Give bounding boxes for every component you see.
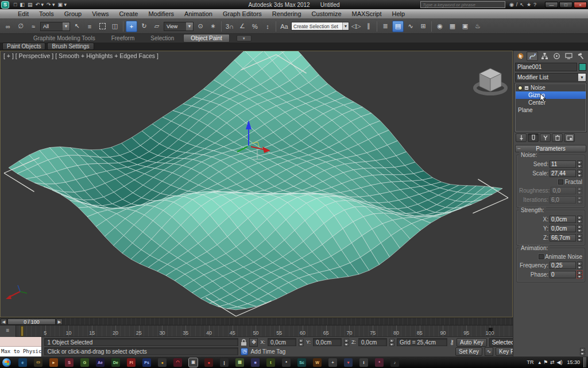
perspective-viewport[interactable]: [ + ] [ Perspective ] [ Smooth + Highlig… [0,51,513,317]
object-name-field[interactable]: Plane001 [515,63,577,71]
app-icon-green[interactable]: G [80,358,89,367]
snaps-toggle-icon[interactable]: 3∩ [224,21,235,32]
render-production-icon[interactable]: ♨ [472,21,483,32]
select-object-icon[interactable]: ↖ [71,21,83,32]
ribbon-minimize-icon[interactable]: ▾ [237,35,252,41]
favorites-icon[interactable]: ★ [527,2,531,7]
menu-views[interactable]: Views [87,9,114,18]
volume-icon[interactable]: ◀) [557,359,563,365]
panel-tab-hierarchy[interactable] [539,51,550,61]
app-icon-orange[interactable]: W [313,358,322,367]
iterations-field[interactable]: 6,0 [550,196,576,204]
folder-icon[interactable]: ▭ [34,358,42,367]
menu-help[interactable]: Help [387,9,411,18]
maximize-button[interactable]: □ [559,2,572,8]
menu-tools[interactable]: Tools [34,9,59,18]
y-coord-spinner[interactable] [344,339,349,346]
select-by-name-icon[interactable]: ≡ [84,21,95,32]
visibility-lamp-icon[interactable] [518,86,523,90]
menu-rendering[interactable]: Rendering [267,9,307,18]
help-icon[interactable]: ? [533,2,536,7]
menu-graph-editors[interactable]: Graph Editors [218,9,267,18]
time-slider[interactable]: ◀ 0 / 100 ▶ [0,317,513,325]
track-bar[interactable]: ≡ 51015202530354045505560657075808590951… [0,325,513,336]
screen-recorder-icon[interactable]: ▣ [189,358,198,367]
absolute-relative-toggle-icon[interactable]: ✥ [249,338,258,347]
menu-edit[interactable]: Edit [13,9,34,18]
app-icon-swirl[interactable]: ◠ [173,358,182,367]
configure-modifier-sets-button[interactable] [564,133,575,142]
menu-customize[interactable]: Customize [307,9,347,18]
select-and-rotate-icon[interactable]: ↻ [138,21,150,32]
search-input[interactable] [420,1,505,8]
sync-icon[interactable]: ⇄ [550,359,555,365]
roughness-spinner[interactable] [577,187,582,194]
menu-modifiers[interactable]: Modifiers [143,9,179,18]
coordinate-system-dropdown[interactable]: View▼ [164,22,194,31]
app-icon-slim[interactable]: | [220,358,229,367]
bind-to-space-warp-icon[interactable]: ≈ [28,21,39,32]
curve-editor-icon[interactable]: ∿ [405,21,416,32]
remove-modifier-button[interactable] [552,133,563,142]
strength-z-spinner[interactable] [577,234,582,241]
mini-curve-editor-button[interactable]: ≡ [0,325,16,337]
ribbon-tab-object-paint[interactable]: Object Paint [183,34,229,43]
panel-tab-display[interactable] [563,51,574,61]
seed-spinner[interactable] [577,160,582,168]
set-key-mode-icon[interactable]: ∿ [485,347,493,356]
graphite-ribbon-toggle-icon[interactable]: ▤ [392,21,404,32]
save-file-icon[interactable]: ▤ [28,1,33,9]
media-player-icon[interactable]: ► [49,358,58,367]
stack-item-center[interactable]: Center [516,99,586,106]
frequency-spinner[interactable] [577,262,582,269]
project-folder-icon[interactable]: ▣ ▾ [58,1,67,9]
schematic-view-icon[interactable]: ⊞ [417,21,429,32]
layer-manager-icon[interactable]: ≣ [380,21,391,32]
language-indicator[interactable]: TR [527,359,533,365]
subscription-icon[interactable]: / [516,2,518,7]
z-coord-spinner[interactable] [389,339,394,346]
x-coord-field[interactable]: 0,0cm [268,338,296,346]
viewport-canvas[interactable] [1,51,512,317]
animate-noise-checkbox[interactable] [539,254,544,259]
open-file-icon[interactable]: ◧ [20,1,25,9]
frequency-field[interactable]: 0,25 [550,262,576,269]
ribbon-subtab-paint-objects[interactable]: Paint Objects [2,43,45,50]
maxscript-mini-listener[interactable]: Max to Physic [0,337,42,356]
app-icon-red[interactable]: S [65,358,74,367]
use-pivot-center-icon[interactable]: ⊙ [195,21,206,32]
app-icon-t[interactable]: t [266,358,275,367]
chrome-icon[interactable]: ● [158,358,167,367]
spinner-snap-icon[interactable]: ↕ [262,21,273,32]
window-crossing-icon[interactable]: ◫ [109,21,121,32]
align-icon[interactable]: ∥ [363,21,374,32]
percent-snap-icon[interactable]: % [249,21,261,32]
action-center-icon[interactable]: ⚑ [543,359,548,365]
listener-script-row[interactable]: Max to Physic [0,347,41,356]
app-icon-snowflake[interactable]: * [282,358,291,367]
communication-center-icon[interactable]: ↖ [520,2,524,7]
auto-key-button[interactable]: Auto Key [457,338,487,347]
menu-animation[interactable]: Animation [179,9,218,18]
iterations-spinner[interactable] [577,196,582,204]
viewport-label[interactable]: [ + ] [ Perspective ] [ Smooth + Highlig… [3,52,158,59]
time-tag-icon[interactable]: ◷ [241,348,248,355]
strength-x-field[interactable]: 0,0cm [550,216,576,223]
add-time-tag-label[interactable]: Add Time Tag [250,348,285,355]
strength-y-spinner[interactable] [577,225,582,232]
menu-create[interactable]: Create [114,9,143,18]
modifier-list-dropdown[interactable]: Modifier List ▼ [515,73,586,82]
make-unique-button[interactable] [540,133,551,142]
chevron-down-icon[interactable]: ▼ [63,22,69,30]
app-logo-icon[interactable]: S [1,1,9,9]
time-slider-prev-arrow[interactable]: ◀ [1,319,7,325]
time-slider-next-arrow[interactable]: ▶ [56,319,63,325]
modifier-stack[interactable]: NoiseGizmoCenterPlane [515,83,586,132]
select-and-link-icon[interactable]: ∞ [2,21,14,32]
selection-filter-dropdown[interactable]: All▼ [40,22,70,31]
fractal-checkbox[interactable] [558,179,563,185]
scale-spinner[interactable] [577,170,582,177]
stack-item-noise[interactable]: Noise [516,84,586,91]
y-coord-field[interactable]: 0,0cm [313,338,342,346]
rendered-frame-window-icon[interactable]: ▣ [459,21,471,32]
